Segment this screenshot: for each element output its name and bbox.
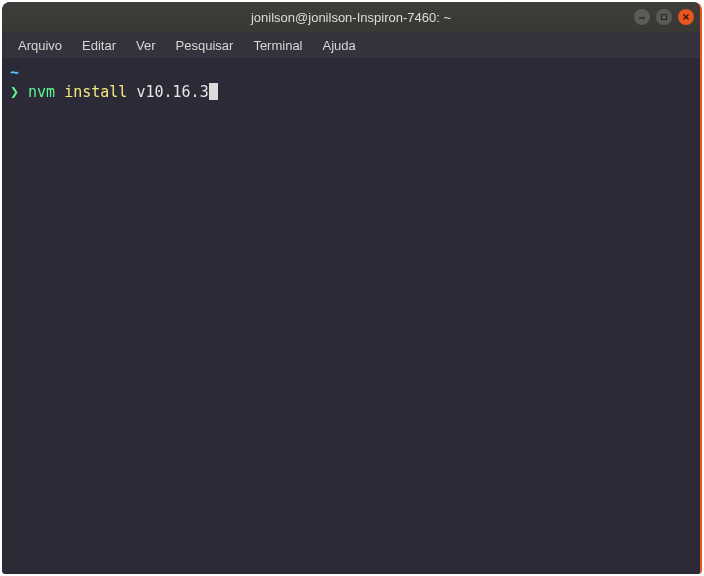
svg-rect-1 (662, 15, 667, 20)
maximize-button[interactable] (656, 9, 672, 25)
menu-ajuda[interactable]: Ajuda (313, 35, 366, 56)
menu-editar[interactable]: Editar (72, 35, 126, 56)
minimize-icon (638, 13, 646, 21)
cursor (209, 83, 218, 100)
command-nvm: nvm (28, 83, 55, 101)
command-install: install (64, 83, 127, 101)
menu-pesquisar[interactable]: Pesquisar (166, 35, 244, 56)
command-version: v10.16.3 (136, 83, 208, 101)
cwd-indicator: ~ (10, 64, 19, 82)
menu-ver[interactable]: Ver (126, 35, 166, 56)
menu-terminal[interactable]: Terminal (243, 35, 312, 56)
terminal-window: jonilson@jonilson-Inspiron-7460: ~ Arqui… (2, 2, 702, 574)
maximize-icon (660, 13, 668, 21)
titlebar: jonilson@jonilson-Inspiron-7460: ~ (2, 2, 700, 32)
close-icon (682, 13, 690, 21)
window-controls (634, 9, 694, 25)
menu-arquivo[interactable]: Arquivo (8, 35, 72, 56)
prompt-symbol: ❯ (10, 83, 19, 101)
menubar: Arquivo Editar Ver Pesquisar Terminal Aj… (2, 32, 700, 58)
minimize-button[interactable] (634, 9, 650, 25)
terminal-output[interactable]: ~ ❯ nvm install v10.16.3 (2, 58, 700, 574)
window-title: jonilson@jonilson-Inspiron-7460: ~ (251, 10, 451, 25)
close-button[interactable] (678, 9, 694, 25)
